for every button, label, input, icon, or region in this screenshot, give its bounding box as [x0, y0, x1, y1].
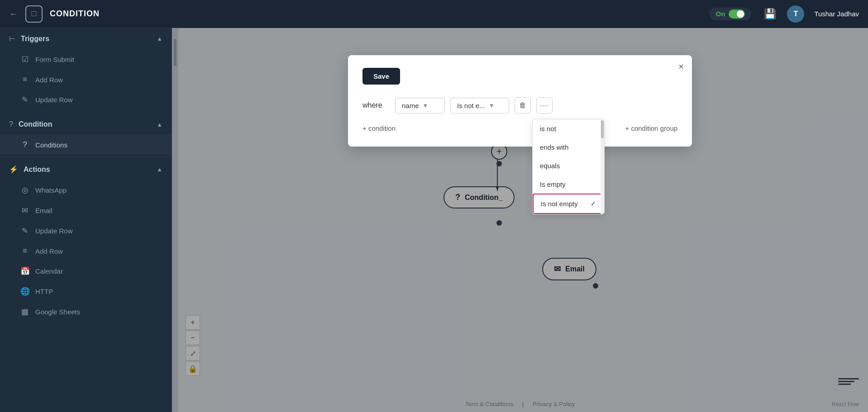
divider-1: [0, 112, 172, 112]
dropdown-label-is-empty: Is empty: [540, 180, 566, 188]
sidebar-item-whatsapp[interactable]: ◎ WhatsApp: [0, 180, 172, 200]
condition-label: Condition: [19, 120, 52, 128]
field-value: name: [402, 102, 419, 109]
divider-2: [0, 156, 172, 157]
condition-value: Is not e...: [457, 102, 485, 109]
back-button[interactable]: ←: [9, 9, 18, 19]
condition-selector[interactable]: Is not e... ▼ is not ends with: [450, 98, 509, 114]
dropdown-item-ends-with[interactable]: ends with: [533, 138, 604, 156]
http-icon: 🌐: [20, 287, 30, 296]
sidebar: ⊢ Triggers ▲ ☑ Form Submit ≡ Add Row ✎ U…: [0, 28, 172, 412]
condition-icon: ?: [9, 120, 13, 128]
modal-footer: + condition + condition group: [362, 124, 677, 132]
actions-icon: ⚡: [9, 165, 18, 174]
condition-modal: × Save where name ▼ Is not e... ▼: [348, 55, 692, 147]
sidebar-item-form-submit[interactable]: ☑ Form Submit: [0, 49, 172, 70]
triggers-section-header[interactable]: ⊢ Triggers ▲: [0, 28, 172, 49]
dropdown-scrollbar-thumb: [601, 120, 604, 138]
more-icon: ···: [539, 101, 549, 110]
sidebar-item-conditions[interactable]: ? Conditions: [0, 135, 172, 155]
field-selector[interactable]: name ▼: [395, 98, 445, 114]
add-row-trigger-icon: ≡: [20, 75, 30, 84]
modal-overlay: × Save where name ▼ Is not e... ▼: [172, 28, 868, 412]
actions-chevron: ▲: [157, 166, 162, 173]
sidebar-item-add-row-action[interactable]: ≡ Add Row: [0, 241, 172, 261]
avatar: T: [787, 5, 804, 23]
condition-section-header[interactable]: ? Condition ▲: [0, 114, 172, 135]
page-title: CONDITION: [50, 9, 100, 19]
actions-label: Actions: [24, 166, 50, 174]
main-layout: ⊢ Triggers ▲ ☑ Form Submit ≡ Add Row ✎ U…: [0, 28, 868, 412]
sidebar-item-google-sheets[interactable]: ▦ Google Sheets: [0, 302, 172, 322]
dropdown-label-ends-with: ends with: [540, 143, 568, 151]
add-condition-button[interactable]: + condition: [362, 124, 396, 132]
add-row-trigger-label: Add Row: [35, 76, 63, 84]
sidebar-item-update-row[interactable]: ✎ Update Row: [0, 221, 172, 241]
sidebar-item-calendar[interactable]: 📅 Calendar: [0, 261, 172, 281]
canvas-area[interactable]: ? Condition_ + ✉ Email + − ⤢ 🔒: [172, 28, 868, 412]
google-sheets-label: Google Sheets: [35, 308, 80, 316]
status-text: On: [715, 10, 725, 18]
dropdown-item-is-empty[interactable]: Is empty: [533, 175, 604, 194]
dropdown-label-equals: equals: [540, 162, 560, 170]
sidebar-item-email[interactable]: ✉ Email: [0, 200, 172, 221]
add-group-label: + condition group: [625, 124, 677, 132]
condition-chevron: ▲: [157, 121, 162, 128]
triggers-chevron: ▲: [157, 35, 162, 42]
save-icon[interactable]: 💾: [764, 8, 776, 20]
conditions-icon: ?: [20, 140, 30, 149]
condition-row: where name ▼ Is not e... ▼: [362, 97, 677, 114]
calendar-icon: 📅: [20, 266, 30, 276]
http-label: HTTP: [35, 288, 53, 295]
update-row-icon: ✎: [20, 226, 30, 236]
whatsapp-icon: ◎: [20, 185, 30, 195]
add-row-action-label: Add Row: [35, 247, 63, 255]
sidebar-item-update-row-trigger[interactable]: ✎ Update Row: [0, 90, 172, 110]
triggers-label: Triggers: [21, 35, 49, 43]
update-row-trigger-label: Update Row: [35, 96, 73, 104]
where-label: where: [362, 101, 390, 109]
email-icon: ✉: [20, 206, 30, 215]
topnav: ← □ CONDITION On 💾 T Tushar Jadhav: [0, 0, 868, 28]
sidebar-item-add-row-trigger[interactable]: ≡ Add Row: [0, 70, 172, 90]
app-logo: □: [25, 5, 43, 23]
triggers-icon: ⊢: [9, 34, 15, 43]
sidebar-item-http[interactable]: 🌐 HTTP: [0, 281, 172, 302]
form-submit-label: Form Submit: [35, 56, 74, 63]
condition-chevron: ▼: [489, 102, 495, 109]
delete-condition-button[interactable]: 🗑: [515, 97, 531, 114]
dropdown-check-icon: ✓: [591, 200, 596, 207]
add-condition-group-button[interactable]: + condition group: [625, 124, 677, 132]
username-label: Tushar Jadhav: [814, 10, 859, 18]
condition-dropdown: is not ends with equals Is empty: [532, 119, 605, 214]
dropdown-label-is-not-empty: Is not empty: [541, 200, 578, 208]
calendar-label: Calendar: [35, 267, 63, 275]
modal-save-button[interactable]: Save: [362, 68, 400, 85]
email-label: Email: [35, 207, 52, 214]
update-row-label: Update Row: [35, 227, 73, 235]
conditions-label: Conditions: [35, 141, 67, 149]
google-sheets-icon: ▦: [20, 307, 30, 317]
modal-close-button[interactable]: ×: [678, 62, 684, 72]
whatsapp-label: WhatsApp: [35, 186, 67, 194]
dropdown-item-is-not-empty[interactable]: Is not empty ✓: [533, 194, 604, 214]
dropdown-scrollbar[interactable]: [601, 119, 604, 214]
add-row-action-icon: ≡: [20, 246, 30, 256]
dropdown-item-is-not[interactable]: is not: [533, 119, 604, 138]
status-indicator: On: [709, 8, 751, 20]
update-row-trigger-icon: ✎: [20, 95, 30, 104]
form-submit-icon: ☑: [20, 55, 30, 64]
dropdown-item-equals[interactable]: equals: [533, 156, 604, 175]
dropdown-scroll[interactable]: is not ends with equals Is empty: [533, 119, 604, 214]
add-condition-label: + condition: [362, 124, 396, 132]
trash-icon: 🗑: [519, 101, 526, 109]
field-chevron: ▼: [423, 102, 429, 109]
more-options-button[interactable]: ···: [536, 97, 553, 114]
actions-section-header[interactable]: ⚡ Actions ▲: [0, 159, 172, 180]
status-toggle[interactable]: [729, 9, 745, 19]
dropdown-label-is-not: is not: [540, 125, 556, 133]
